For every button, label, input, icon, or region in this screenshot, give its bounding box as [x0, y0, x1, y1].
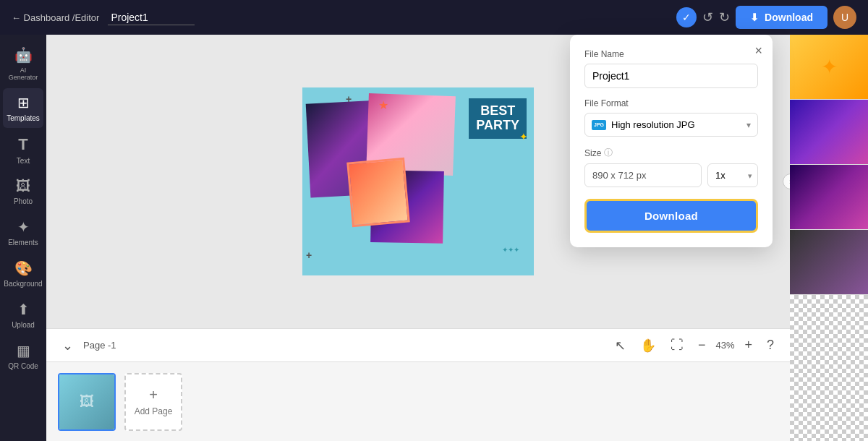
- modal-close-button[interactable]: ×: [754, 43, 762, 59]
- sidebar-item-background[interactable]: 🎨 Background: [3, 254, 43, 294]
- size-label: Size: [584, 148, 601, 158]
- file-format-label: File Format: [584, 98, 758, 108]
- add-page-icon: +: [149, 387, 158, 403]
- zoom-value: 43%: [715, 340, 734, 351]
- zoom-out-button[interactable]: −: [694, 335, 710, 356]
- deco-cross-1: +: [346, 93, 352, 105]
- undo-button[interactable]: ↺: [702, 9, 713, 25]
- right-thumb-3[interactable]: [790, 165, 868, 230]
- size-scale-select[interactable]: 1x 2x 3x: [707, 163, 758, 187]
- collapse-pages-button[interactable]: ⌄: [58, 335, 77, 356]
- sidebar-item-photo[interactable]: 🖼 Photo: [3, 172, 43, 211]
- page-label: Page -1: [83, 340, 116, 351]
- download-icon: ⬇: [750, 12, 759, 23]
- text-icon: T: [18, 135, 27, 154]
- sidebar-item-upload[interactable]: ⬆ Upload: [3, 295, 43, 335]
- sidebar-label-templates: Templates: [7, 114, 40, 122]
- topbar-actions: ✓ ↺ ↻ ⬇ Download U: [676, 6, 856, 29]
- left-sidebar: 🤖 AIGenerator ⊞ Templates T Text 🖼 Photo…: [0, 35, 46, 441]
- avatar[interactable]: U: [833, 6, 856, 29]
- right-thumb-inner-3: [790, 165, 868, 229]
- sidebar-label-photo: Photo: [14, 197, 33, 205]
- sidebar-label-upload: Upload: [12, 321, 35, 329]
- add-page-button[interactable]: + Add Page: [124, 373, 182, 431]
- photo-icon: 🖼: [16, 178, 30, 194]
- sidebar-item-ai-generator[interactable]: 🤖 AIGenerator: [3, 40, 43, 87]
- sidebar-label-ai: AIGenerator: [9, 67, 38, 81]
- file-format-select[interactable]: High resolution JPG PNG PDF SVG: [584, 113, 758, 137]
- file-format-select-wrap: JPG High resolution JPG PNG PDF SVG ▾: [584, 113, 758, 137]
- size-scale-wrap: 1x 2x 3x ▾: [707, 163, 758, 187]
- expand-toggle[interactable]: ›: [783, 174, 790, 189]
- sidebar-label-elements: Elements: [8, 239, 38, 247]
- page-thumb-inner: 🖼: [59, 374, 114, 429]
- size-label-row: Size ⓘ: [584, 147, 758, 159]
- download-modal: × File Name File Format JPG High resolut…: [570, 35, 773, 247]
- zoom-in-button[interactable]: +: [740, 335, 757, 356]
- download-button[interactable]: ⬇ Download: [736, 6, 827, 29]
- size-px-value: 890 x 712 px: [584, 163, 702, 187]
- pages-bar: 🖼 + Add Page: [46, 361, 790, 441]
- elements-icon: ✦: [17, 218, 30, 236]
- bottom-bar: ⌄ Page -1 ↖ ✋ ⛶ − 43% + ?: [46, 328, 790, 361]
- file-name-label: File Name: [584, 49, 758, 59]
- cursor-tool-button[interactable]: ↖: [610, 335, 630, 356]
- deco-star-1: ★: [378, 98, 388, 112]
- sidebar-item-elements[interactable]: ✦ Elements: [3, 213, 43, 252]
- qrcode-icon: ▦: [17, 342, 30, 359]
- sync-icon: ✓: [676, 7, 697, 27]
- back-button[interactable]: ← Dashboard /Editor: [12, 12, 99, 23]
- modal-download-button[interactable]: Download: [584, 199, 758, 233]
- project-name-field[interactable]: [108, 10, 195, 25]
- expand-tool-button[interactable]: ⛶: [666, 335, 688, 356]
- project-title-input[interactable]: [108, 10, 195, 25]
- redo-button[interactable]: ↻: [719, 9, 730, 25]
- hand-tool-button[interactable]: ✋: [636, 335, 660, 356]
- add-page-label: Add Page: [135, 406, 173, 416]
- sidebar-item-text[interactable]: T Text: [3, 129, 43, 171]
- canvas-content[interactable]: BESTPARTY ★ ✦ + + ✦✦✦: [302, 87, 534, 275]
- right-thumb-2[interactable]: [790, 100, 868, 165]
- sidebar-label-text: Text: [17, 157, 30, 165]
- sidebar-item-qrcode[interactable]: ▦ QR Code: [3, 336, 43, 376]
- deco-star-2: ✦: [519, 131, 528, 142]
- sidebar-label-background: Background: [4, 280, 42, 288]
- right-thumb-inner-2: [790, 100, 868, 164]
- ai-icon: 🤖: [14, 46, 33, 64]
- upload-icon: ⬆: [17, 301, 30, 318]
- topbar: ← Dashboard /Editor ✓ ↺ ↻ ⬇ Download U: [0, 0, 868, 35]
- page-thumb-1[interactable]: 🖼: [58, 373, 116, 431]
- sidebar-label-qrcode: QR Code: [8, 362, 38, 370]
- size-row: 890 x 712 px 1x 2x 3x ▾: [584, 163, 758, 187]
- right-thumb-4[interactable]: [790, 230, 868, 295]
- templates-icon: ⊞: [17, 94, 30, 111]
- sidebar-item-templates[interactable]: ⊞ Templates: [3, 88, 43, 128]
- background-icon: 🎨: [14, 260, 33, 277]
- right-thumb-inner-4: [790, 230, 868, 294]
- deco-cross-2: +: [306, 249, 312, 261]
- best-party-label: BESTPARTY: [469, 98, 527, 139]
- photo-4: [346, 158, 410, 228]
- deco-dots: ✦✦✦: [502, 246, 519, 254]
- right-thumb-inner-1: ✦: [790, 35, 868, 99]
- back-label: ← Dashboard /Editor: [12, 12, 99, 23]
- file-name-input[interactable]: [584, 64, 758, 88]
- size-help-icon: ⓘ: [604, 147, 613, 159]
- right-thumb-1[interactable]: ✦: [790, 35, 868, 100]
- help-button[interactable]: ?: [762, 335, 778, 356]
- right-panel: ✦: [790, 35, 868, 441]
- download-label: Download: [765, 12, 813, 23]
- jpg-format-icon: JPG: [592, 120, 606, 130]
